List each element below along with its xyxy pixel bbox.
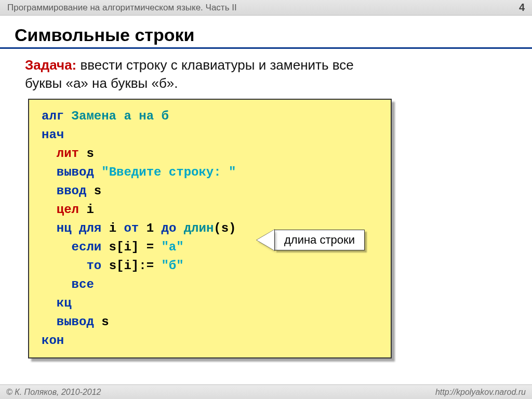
header-title: Программирование на алгоритмическом язык…	[7, 3, 237, 13]
code-kw-ot: от	[124, 221, 139, 235]
code-kw-alg: алг	[42, 109, 72, 123]
code-kw-esli: если	[72, 240, 102, 254]
code-alg-name: Замена а на б	[72, 109, 169, 123]
code-kw-vyvod1: вывод	[57, 165, 101, 179]
slide-title: Символьные строки	[0, 16, 532, 49]
footer-url: http://kpolyakov.narod.ru	[435, 388, 526, 397]
callout-arrow-icon	[257, 230, 274, 250]
task-text-2: буквы «а» на буквы «б».	[25, 75, 178, 91]
slide-header: Программирование на алгоритмическом язык…	[0, 0, 532, 16]
task-text-1: ввести строку с клавиатуры и заменить вс…	[76, 57, 353, 73]
code-sp	[176, 221, 183, 235]
code-expr-si: s[i] =	[101, 240, 161, 254]
code-kw-kc: кц	[57, 296, 72, 310]
code-kw-cel: цел	[57, 203, 79, 217]
code-kw-do: до	[161, 221, 176, 235]
slide-footer: © К. Поляков, 2010-2012 http://kpolyakov…	[0, 384, 532, 399]
code-kw-lit: лит	[57, 147, 79, 161]
code-block-wrap: алг Замена а на б нач лит s вывод "Введи…	[28, 99, 392, 358]
code-kw-kon: кон	[42, 334, 64, 348]
code-str-a: "а"	[161, 240, 183, 254]
code-1: 1	[139, 221, 161, 235]
code-var-s: s	[79, 147, 94, 161]
code-fn-dlin: длин	[184, 221, 214, 235]
task-statement: Задача: ввести строку с клавиатуры и зам…	[0, 56, 532, 99]
callout: длина строки	[257, 230, 365, 250]
code-assign: s[i]:=	[101, 259, 161, 273]
code-kw-nc-dlya: нц для	[57, 221, 101, 235]
task-label: Задача:	[25, 57, 76, 73]
code-kw-vse: все	[72, 277, 94, 291]
code-str-b: "б"	[161, 259, 183, 273]
code-kw-to: то	[86, 259, 101, 273]
code-var-s3: s	[94, 315, 109, 329]
code-var-s2: s	[86, 184, 101, 198]
copyright: © К. Поляков, 2010-2012	[6, 388, 101, 397]
code-i: i	[101, 221, 124, 235]
code-kw-vvod: ввод	[57, 184, 87, 198]
code-kw-vyvod2: вывод	[57, 315, 94, 329]
code-str-prompt: "Введите строку: "	[101, 165, 236, 179]
page-number: 4	[519, 2, 525, 14]
code-args: (s)	[214, 221, 236, 235]
callout-label: длина строки	[274, 230, 365, 250]
code-block: алг Замена а на б нач лит s вывод "Введи…	[28, 99, 392, 358]
code-var-i: i	[79, 203, 94, 217]
code-kw-nach: нач	[42, 128, 64, 142]
